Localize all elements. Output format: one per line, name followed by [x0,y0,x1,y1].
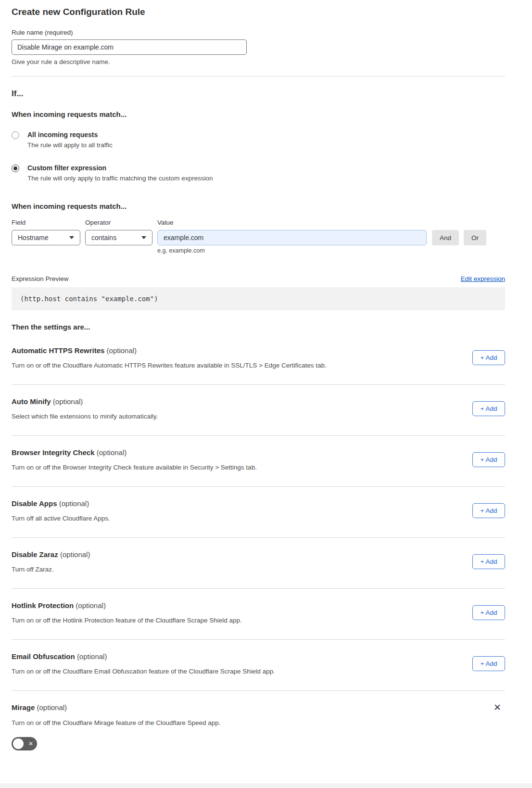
setting-description: Turn off Zaraz. [12,566,90,573]
field-label: Field [12,219,80,226]
radio-label: All incoming requests [27,131,113,139]
expression-preview-label: Expression Preview [12,275,69,282]
settings-heading: Then the settings are... [12,323,505,331]
chevron-down-icon [69,236,74,239]
setting-description: Turn on or off the Cloudflare Email Obfu… [12,668,275,675]
expression-preview-header: Expression Preview Edit expression [12,275,505,282]
setting-description: Turn on or off the Hotlink Protection fe… [12,617,242,624]
optional-tag: (optional) [53,397,83,406]
close-icon[interactable]: ✕ [494,703,501,712]
optional-tag: (optional) [60,550,90,559]
optional-tag: (optional) [37,703,67,712]
add-button[interactable]: + Add [472,503,505,518]
optional-tag: (optional) [77,652,107,661]
and-button[interactable]: And [432,230,459,245]
setting-section-disable-zaraz: Disable Zaraz (optional) Turn off Zaraz.… [12,538,505,589]
toggle-knob [13,738,24,749]
setting-description: Turn on or off the Browser Integrity Che… [12,464,257,471]
setting-description: Turn on or off the Cloudflare Mirage fea… [12,719,505,726]
setting-title: Browser Integrity Check [12,448,95,457]
setting-title: Automatic HTTPS Rewrites [12,346,104,355]
expression-builder-heading: When incoming requests match... [12,202,505,210]
rule-name-label: Rule name (required) [12,29,505,36]
value-hint: e.g. example.com [157,247,505,254]
add-button[interactable]: + Add [472,350,505,365]
radio-label: Custom filter expression [27,164,213,172]
setting-description: Turn on or off the Cloudflare Automatic … [12,362,327,369]
setting-section-disable-apps: Disable Apps (optional) Turn off all act… [12,487,505,538]
setting-section-mirage: Mirage (optional) ✕ Turn on or off the C… [12,691,505,757]
edit-expression-link[interactable]: Edit expression [461,275,505,282]
incoming-requests-heading: When incoming requests match... [12,110,505,118]
section-divider [12,76,505,76]
optional-tag: (optional) [76,601,106,610]
setting-section-automatic-https-rewrites: Automatic HTTPS Rewrites (optional) Turn… [12,334,505,385]
add-button[interactable]: + Add [472,401,505,416]
rule-name-input[interactable] [12,39,247,55]
value-label: Value [157,219,427,226]
operator-label: Operator [85,219,152,226]
or-button[interactable]: Or [464,230,486,245]
expression-builder-row: Field Hostname Operator contains Value A… [12,219,505,245]
radio-description: The rule will only apply to traffic matc… [27,175,213,182]
rule-name-group: Rule name (required) Give your rule a de… [12,29,505,65]
radio-selected-icon[interactable] [12,165,19,172]
setting-section-auto-minify: Auto Minify (optional) Select which file… [12,385,505,436]
setting-title: Auto Minify [12,397,51,406]
chevron-down-icon [141,236,146,239]
optional-tag: (optional) [97,448,127,457]
operator-select[interactable]: contains [85,230,152,245]
setting-section-browser-integrity-check: Browser Integrity Check (optional) Turn … [12,436,505,487]
setting-title: Hotlink Protection [12,601,74,610]
add-button[interactable]: + Add [472,656,505,671]
rule-name-help: Give your rule a descriptive name. [12,58,505,65]
page-title: Create new Configuration Rule [12,7,505,17]
radio-description: The rule will apply to all traffic [27,141,113,149]
radio-option-custom-filter[interactable]: Custom filter expression The rule will o… [12,164,505,182]
field-select[interactable]: Hostname [12,230,80,245]
setting-section-hotlink-protection: Hotlink Protection (optional) Turn on or… [12,589,505,640]
setting-description: Select which file extensions to minify a… [12,413,158,420]
mirage-toggle-off[interactable]: ✕ [12,737,37,750]
radio-option-all-incoming[interactable]: All incoming requests The rule will appl… [12,131,505,149]
value-input[interactable] [157,230,427,245]
setting-description: Turn off all active Cloudflare Apps. [12,515,110,522]
field-select-value: Hostname [18,234,49,241]
setting-title: Email Obfuscation [12,652,75,661]
operator-select-value: contains [91,234,116,241]
bottom-strip [0,783,532,788]
setting-title: Mirage [12,703,35,712]
optional-tag: (optional) [107,346,137,355]
setting-section-email-obfuscation: Email Obfuscation (optional) Turn on or … [12,640,505,691]
setting-title: Disable Zaraz [12,550,58,559]
optional-tag: (optional) [59,499,89,508]
create-configuration-rule-form: Create new Configuration Rule Rule name … [0,0,532,757]
add-button[interactable]: + Add [472,452,505,467]
toggle-off-x-icon: ✕ [28,741,33,747]
expression-preview-box: (http.host contains "example.com") [12,287,505,310]
radio-unselected-icon[interactable] [12,131,19,139]
add-button[interactable]: + Add [472,605,505,620]
add-button[interactable]: + Add [472,554,505,569]
if-heading: If... [12,89,505,99]
expression-text: (http.host contains "example.com") [20,295,158,303]
setting-title: Disable Apps [12,499,57,508]
